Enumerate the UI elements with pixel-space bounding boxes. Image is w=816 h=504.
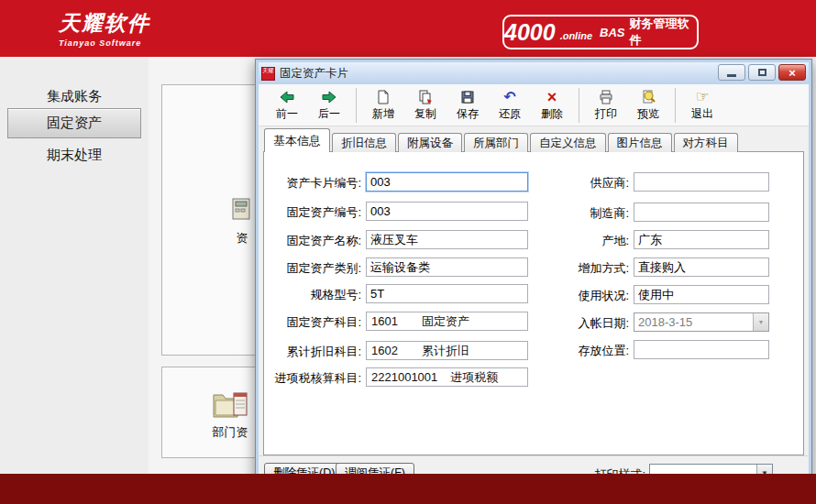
field-label: 使用状况: [532, 288, 629, 304]
field-label: 规格型号: [264, 287, 361, 303]
dialog-app-icon: 天耀 [261, 67, 275, 81]
restore-button[interactable]: ↶ 还原 [489, 86, 531, 125]
account-name: 累计折旧 [422, 343, 469, 359]
entry-date-value: 2018-3-15 [634, 313, 753, 331]
footer-bar [0, 474, 816, 504]
preview-magnifier-icon [640, 89, 656, 105]
brand-logo: 天耀软件 Tianyao Software [59, 9, 150, 48]
close-button[interactable]: × [778, 64, 806, 81]
spec-model-input[interactable] [366, 284, 528, 303]
chevron-down-icon: ▼ [758, 319, 765, 325]
printer-icon [598, 89, 614, 105]
sidebar-item-period-end[interactable]: 期末处理 [7, 141, 141, 169]
field-label: 产地: [532, 233, 629, 249]
brand-title: 天耀软件 [59, 9, 150, 38]
badge-number: 4000 [504, 19, 556, 46]
preview-button[interactable]: 预览 [627, 86, 669, 125]
toolbar-separator [579, 88, 579, 123]
storage-location-input[interactable] [634, 340, 769, 359]
accumulated-depreciation-account-input[interactable]: 1602 累计折旧 [366, 341, 528, 360]
copy-icon [417, 89, 434, 105]
tab-basic-info[interactable]: 基本信息 [264, 128, 330, 152]
maximize-icon [758, 69, 766, 76]
fixed-asset-account-input[interactable]: 1601 固定资产 [366, 312, 528, 331]
previous-record-button[interactable]: 前一 [266, 86, 308, 125]
arrow-left-icon [279, 89, 295, 105]
field-label: 资产卡片编号: [264, 175, 361, 192]
exit-button[interactable]: ☞ 退出 [681, 86, 723, 125]
save-floppy-icon [459, 89, 476, 105]
next-record-button[interactable]: 后一 [308, 86, 350, 125]
dialog-titlebar[interactable]: 天耀 固定资产卡片 × [259, 62, 809, 84]
input-tax-account-input[interactable]: 2221001001 进项税额 [366, 367, 528, 387]
pointing-hand-icon: ☞ [695, 89, 709, 105]
field-label: 制造商: [532, 205, 629, 222]
app-header: 天耀软件 Tianyao Software 4000.online BAS 财务… [0, 0, 816, 57]
delete-x-icon: × [547, 89, 557, 105]
fixed-asset-category-input[interactable] [366, 257, 528, 277]
maximize-button[interactable] [748, 64, 776, 81]
delete-button[interactable]: × 删除 [531, 86, 573, 125]
basic-info-form: 资产卡片编号: 固定资产编号: 固定资产名称: 固定资产类别: 规格型号: [263, 151, 804, 455]
minimize-icon [727, 74, 736, 77]
minimize-button[interactable] [718, 64, 745, 81]
undo-icon: ↶ [503, 89, 515, 105]
asset-card-number-input[interactable] [366, 172, 528, 192]
account-code: 2221001001 [367, 370, 437, 384]
account-code: 1601 [367, 314, 398, 328]
brand-subtitle: Tianyao Software [59, 38, 150, 48]
account-name: 固定资产 [422, 313, 469, 330]
badge-product: 财务管理软件 [630, 16, 697, 49]
new-button[interactable]: 新增 [362, 86, 404, 125]
badge-online: .online [560, 30, 592, 41]
asset-card-icon [230, 197, 254, 221]
sidebar: 集成账务 固定资产 期末处理 [0, 57, 149, 474]
origin-input[interactable] [634, 230, 769, 249]
fixed-asset-number-input[interactable] [366, 202, 528, 221]
product-badge: 4000.online BAS 财务管理软件 [502, 15, 699, 49]
fixed-asset-card-dialog: 天耀 固定资产卡片 × 前一 [255, 59, 812, 500]
toolbar-separator [356, 88, 357, 123]
entry-date-input[interactable]: 2018-3-15 ▼ [634, 312, 769, 332]
department-folder-icon [210, 388, 250, 421]
field-label: 固定资产名称: [264, 233, 361, 249]
usage-status-input[interactable] [634, 285, 769, 304]
tab-strip: 基本信息 折旧信息 附属设备 所属部门 自定义信息 图片信息 对方科目 [264, 128, 740, 152]
field-label: 增加方式: [532, 260, 629, 277]
field-label: 累计折旧科目: [264, 344, 361, 360]
field-label: 存放位置: [532, 343, 629, 359]
tab-custom-info[interactable]: 自定义信息 [530, 133, 606, 152]
badge-bas: BAS [600, 26, 624, 39]
manufacturer-input[interactable] [634, 203, 769, 222]
close-icon: × [788, 67, 796, 79]
toolbar-separator [675, 88, 676, 123]
tab-attached-equipment[interactable]: 附属设备 [398, 133, 462, 152]
print-button[interactable]: 打印 [585, 86, 627, 125]
field-label: 进项税核算科目: [264, 370, 361, 387]
new-document-icon [375, 89, 391, 105]
tab-counterpart-account[interactable]: 对方科目 [674, 133, 738, 152]
tab-department[interactable]: 所属部门 [464, 133, 528, 152]
field-label: 固定资产类别: [264, 260, 361, 277]
app-window: 天耀软件 Tianyao Software 4000.online BAS 财务… [0, 0, 816, 504]
save-button[interactable]: 保存 [447, 86, 489, 125]
dialog-toolbar: 前一 后一 新增 [259, 84, 809, 126]
sidebar-item-integrated-accounting[interactable]: 集成账务 [7, 82, 141, 110]
supplier-input[interactable] [634, 172, 769, 192]
field-label: 固定资产科目: [264, 314, 361, 331]
dialog-title: 固定资产卡片 [280, 66, 348, 82]
field-label: 固定资产编号: [264, 204, 361, 221]
date-dropdown-button[interactable]: ▼ [753, 313, 768, 331]
tab-picture-info[interactable]: 图片信息 [608, 133, 672, 152]
arrow-right-icon [321, 89, 337, 105]
field-label: 供应商: [532, 175, 629, 192]
fixed-asset-name-input[interactable] [366, 230, 528, 249]
tab-depreciation-info[interactable]: 折旧信息 [332, 133, 396, 152]
account-name: 进项税额 [450, 369, 498, 386]
sidebar-item-fixed-assets[interactable]: 固定资产 [7, 108, 141, 138]
account-code: 1602 [367, 344, 398, 357]
field-label: 入帐日期: [532, 315, 629, 332]
addition-method-input[interactable] [634, 257, 769, 277]
copy-button[interactable]: 复制 [404, 86, 447, 125]
dialog-body: 前一 后一 新增 [259, 84, 809, 497]
